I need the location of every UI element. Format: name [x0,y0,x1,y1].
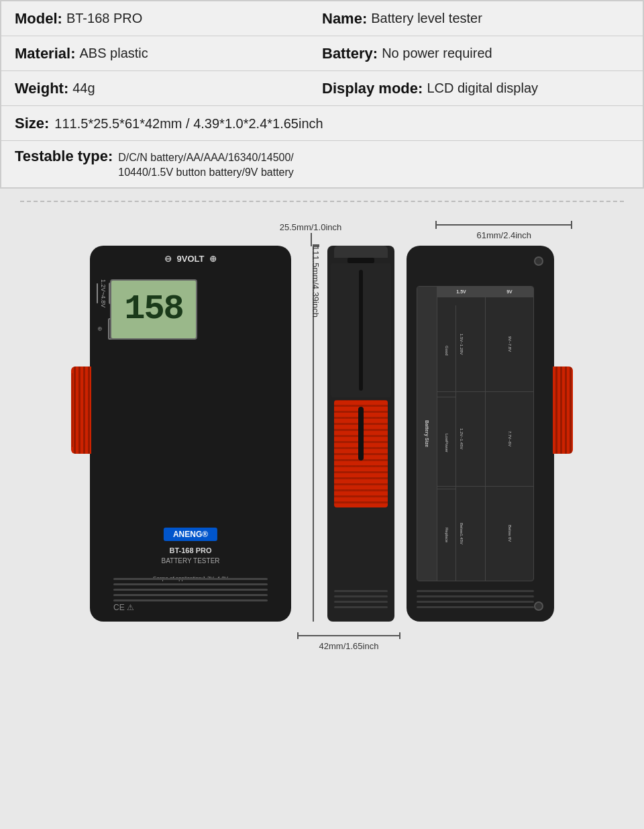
spec-row-material-battery: Material: ABS plastic Battery: No power … [1,36,643,71]
lcd-display: 158 [110,279,197,340]
dim-111-label: 111.5mm/4.39inch [311,246,321,318]
device-back-view: Battery Size 1.5V 1.5V~1.28V 1.2V~1.4 [407,246,554,622]
model-label: Model: [15,10,62,28]
name-value: Battery level tester [371,11,482,26]
dim-42-container: 42mm/1.65inch [297,632,400,651]
spec-size: Size: 111.5*25.5*61*42mm / 4.39*1.0*2.4*… [15,115,629,132]
weight-value: 44g [72,81,95,96]
section-divider [20,201,624,202]
spec-row-model-name: Model: BT-168 PRO Name: Battery level te… [1,1,643,36]
lcd-number: 158 [124,289,183,329]
spec-testable: Testable type: D/C/N battery/AA/AAA/1634… [15,148,629,181]
dim-25-label: 25.5mm/1.0inch [280,222,342,232]
spec-display: Display mode: LCD digital display [322,80,629,97]
dim-61-label: 61mm/2.4inch [435,230,572,240]
back-screw-bottom [534,601,543,611]
battery-label: Battery: [322,45,378,62]
back-screw-top [534,256,543,266]
volt-label: 9VOLT [177,254,205,264]
specs-section: Model: BT-168 PRO Name: Battery level te… [0,0,644,189]
testable-label: Testable type: [15,148,113,165]
size-label: Size: [15,115,49,132]
spec-row-weight-display: Weight: 44g Display mode: LCD digital di… [1,71,643,106]
testable-value: D/C/N battery/AA/AAA/16340/14500/10440/1… [118,150,294,181]
clamp-right [553,367,573,454]
spec-material: Material: ABS plastic [15,45,322,62]
aneng-label: ANENG® [164,528,217,541]
weight-label: Weight: [15,80,68,97]
display-value: LCD digital display [427,81,538,96]
battery-value: No power required [382,46,492,61]
ce-mark: CE ⚠ [113,603,134,612]
display-label: Display mode: [322,80,423,97]
side-red-slider [334,400,388,507]
back-ridges [417,590,534,608]
spec-row-size: Size: 111.5*25.5*61*42mm / 4.39*1.0*2.4*… [1,106,643,141]
device-front-view: ⊖ 9VOLT ⊕ 1.2V~4.8V ⊕ [90,246,291,622]
spec-battery: Battery: No power required [322,45,629,62]
device-tester-label: BATTERY TESTER [161,557,219,565]
material-label: Material: [15,45,75,62]
device-model-label: BT-168 PRO [170,546,212,554]
name-label: Name: [322,10,367,28]
material-value: ABS plastic [79,46,148,61]
volt-header: ⊖ 9VOLT ⊕ [90,254,291,264]
device-side-view [327,246,394,622]
dim-42-label: 42mm/1.65inch [319,641,379,651]
spec-weight: Weight: 44g [15,80,322,97]
size-value: 111.5*25.5*61*42mm / 4.39*1.0*2.4*1.65in… [54,116,323,132]
front-ridges [113,578,268,601]
side-bottom-ridges [334,590,388,608]
clamp-left [71,367,91,454]
spec-row-testable: Testable type: D/C/N battery/AA/AAA/1634… [1,141,643,187]
model-value: BT-168 PRO [66,11,142,26]
devices-row: ⊖ 9VOLT ⊕ 1.2V~4.8V ⊕ [90,246,554,622]
back-table: Battery Size 1.5V 1.5V~1.28V 1.2V~1.4 [417,286,534,581]
spec-model: Model: BT-168 PRO [15,10,322,28]
spec-name: Name: Battery level tester [322,10,629,28]
diagram-section: 25.5mm/1.0inch 61mm/2.4inch [0,214,644,829]
